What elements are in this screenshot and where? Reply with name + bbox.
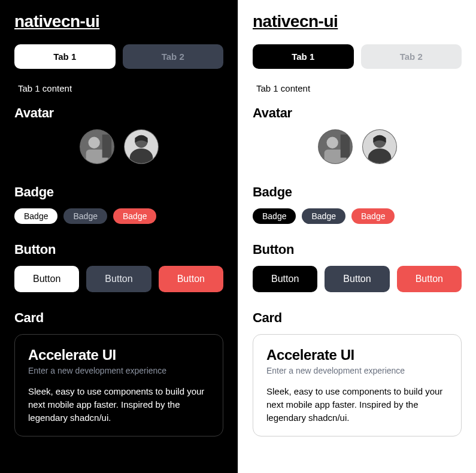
badge-section-title: Badge (14, 184, 223, 200)
tabs-container: Tab 1 Tab 2 (14, 44, 223, 69)
light-theme-panel: nativecn-ui Tab 1 Tab 2 Tab 1 content Av… (238, 0, 476, 473)
button-section-title: Button (253, 242, 462, 257)
badge-primary: Badge (253, 208, 296, 224)
avatar-1[interactable] (80, 129, 114, 164)
brand-title[interactable]: nativecn-ui (253, 12, 338, 31)
card-title: Accelerate UI (266, 347, 448, 363)
badge-destructive: Badge (113, 208, 156, 224)
button-section-title: Button (14, 242, 223, 257)
button-row: Button Button Button (14, 266, 223, 292)
button-primary[interactable]: Button (14, 266, 79, 292)
avatar-section-title: Avatar (14, 105, 223, 121)
button-destructive[interactable]: Button (397, 266, 462, 292)
card-section-title: Card (14, 310, 223, 326)
avatar-1[interactable] (318, 129, 353, 164)
badge-row: Badge Badge Badge (14, 208, 223, 224)
button-primary[interactable]: Button (253, 266, 317, 292)
tab-content-text: Tab 1 content (18, 83, 223, 93)
card-body: Sleek, easy to use components to build y… (266, 385, 448, 424)
card-title: Accelerate UI (28, 347, 210, 363)
tab-1[interactable]: Tab 1 (14, 44, 116, 69)
card-subtitle: Enter a new development experience (28, 366, 210, 375)
button-secondary[interactable]: Button (325, 266, 389, 292)
svg-point-8 (326, 137, 338, 148)
card-subtitle: Enter a new development experience (266, 366, 448, 375)
tab-2[interactable]: Tab 2 (123, 44, 224, 69)
badge-primary: Badge (14, 208, 57, 224)
avatar-2[interactable] (124, 129, 159, 164)
badge-secondary: Badge (302, 208, 345, 224)
tab-2[interactable]: Tab 2 (361, 44, 462, 69)
dark-theme-panel: nativecn-ui Tab 1 Tab 2 Tab 1 content Av… (0, 0, 238, 473)
badge-row: Badge Badge Badge (253, 208, 462, 224)
button-row: Button Button Button (253, 266, 462, 292)
svg-rect-3 (102, 135, 111, 158)
tab-content-text: Tab 1 content (256, 83, 462, 93)
button-secondary[interactable]: Button (86, 266, 151, 292)
svg-rect-10 (340, 135, 349, 158)
badge-section-title: Badge (253, 184, 462, 200)
tab-1[interactable]: Tab 1 (253, 44, 354, 69)
avatar-row (253, 129, 462, 164)
card-section-title: Card (253, 310, 462, 326)
avatar-2[interactable] (362, 129, 397, 164)
svg-point-1 (88, 137, 99, 148)
card-body: Sleek, easy to use components to build y… (28, 385, 210, 424)
avatar-section-title: Avatar (253, 105, 462, 121)
avatar-row (14, 129, 223, 164)
badge-destructive: Badge (351, 208, 395, 224)
badge-secondary: Badge (63, 208, 107, 224)
brand-title[interactable]: nativecn-ui (14, 12, 99, 31)
tabs-container: Tab 1 Tab 2 (253, 44, 462, 69)
button-destructive[interactable]: Button (159, 266, 223, 292)
card: Accelerate UI Enter a new development ex… (253, 334, 462, 436)
card: Accelerate UI Enter a new development ex… (14, 334, 223, 436)
